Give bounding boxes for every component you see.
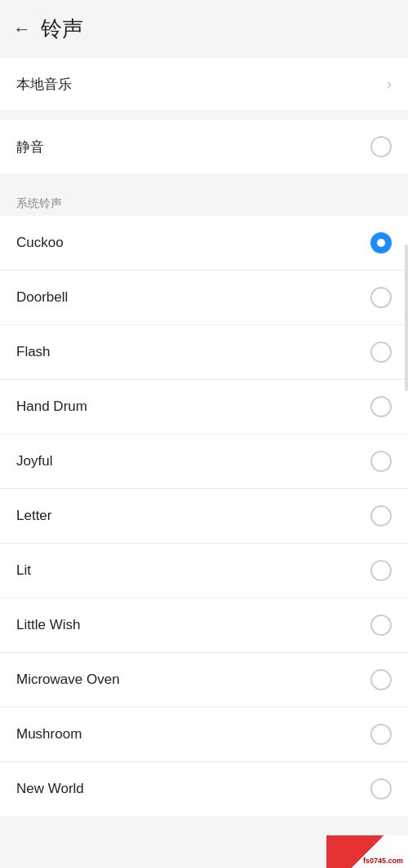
page-title: 铃声: [41, 15, 83, 43]
ringtone-name: Cuckoo: [16, 235, 64, 251]
ringtone-item[interactable]: Hand Drum: [0, 380, 408, 434]
ringtone-radio[interactable]: [370, 669, 392, 690]
ringtone-item[interactable]: Flash: [0, 325, 408, 380]
silent-label: 静音: [16, 138, 44, 156]
ringtone-radio[interactable]: [370, 560, 392, 581]
ringtone-radio[interactable]: [370, 451, 392, 472]
ringtone-item[interactable]: Mushroom: [0, 707, 408, 762]
ringtone-name: Mushroom: [16, 726, 82, 742]
ringtone-item[interactable]: Letter: [0, 489, 408, 544]
ringtone-item[interactable]: Microwave Oven: [0, 653, 408, 707]
back-button[interactable]: ←: [13, 20, 31, 38]
silent-item[interactable]: 静音: [0, 120, 408, 174]
system-ringtones-header: 系统铃声: [0, 183, 408, 216]
ringtone-name: Joyful: [16, 453, 52, 469]
ringtone-item[interactable]: New World: [0, 762, 408, 816]
ringtone-item[interactable]: Little Wish: [0, 598, 408, 653]
local-music-label: 本地音乐: [16, 75, 72, 94]
ringtone-radio[interactable]: [370, 505, 392, 527]
ringtone-name: New World: [16, 781, 84, 797]
local-music-section: 本地音乐 ›: [0, 58, 408, 110]
section-label: 系统铃声: [16, 196, 62, 209]
header: ← 铃声: [0, 0, 408, 58]
watermark: fs0745.com: [326, 835, 408, 868]
system-ringtones-section: 系统铃声 CuckooDoorbellFlashHand DrumJoyfulL…: [0, 183, 408, 816]
ringtone-name: Doorbell: [16, 289, 68, 306]
ringtone-name: Flash: [16, 344, 51, 360]
ringtone-name: Lit: [16, 562, 31, 579]
ringtone-radio[interactable]: [370, 615, 392, 636]
ringtone-name: Little Wish: [16, 617, 80, 633]
ringtone-item[interactable]: Joyful: [0, 434, 408, 489]
chevron-right-icon: ›: [387, 76, 392, 93]
ringtone-name: Microwave Oven: [16, 672, 120, 688]
ringtone-radio[interactable]: [370, 341, 392, 363]
ringtone-item[interactable]: Doorbell: [0, 271, 408, 325]
scrollbar[interactable]: [405, 245, 408, 391]
ringtone-radio[interactable]: [370, 232, 392, 253]
ringtone-radio[interactable]: [370, 396, 392, 417]
ringtone-item[interactable]: Lit: [0, 544, 408, 598]
ringtone-list: CuckooDoorbellFlashHand DrumJoyfulLetter…: [0, 216, 408, 816]
silent-radio[interactable]: [370, 136, 392, 157]
ringtone-radio[interactable]: [370, 287, 392, 308]
ringtone-radio[interactable]: [370, 778, 392, 800]
watermark-text: fs0745.com: [363, 857, 403, 865]
ringtone-name: Hand Drum: [16, 399, 87, 415]
ringtone-item[interactable]: Cuckoo: [0, 216, 408, 271]
local-music-item[interactable]: 本地音乐 ›: [0, 58, 408, 110]
silent-section: 静音: [0, 120, 408, 174]
ringtone-name: Letter: [16, 508, 51, 524]
ringtone-radio[interactable]: [370, 724, 392, 745]
